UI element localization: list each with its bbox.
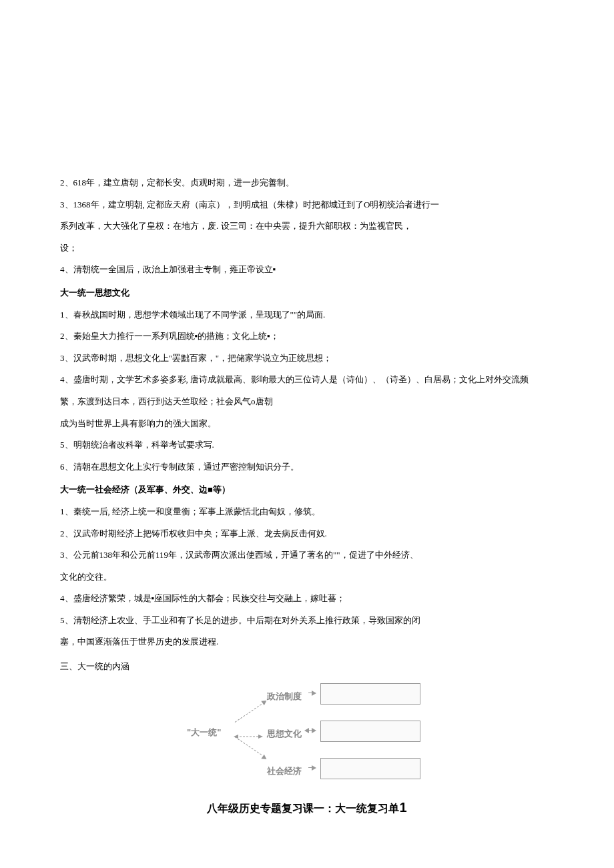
jingji-5: 5、清朝经济上农业、手工业和有了长足的进步。中后期在对外关系上推行政策，导致国家… <box>60 611 554 630</box>
jingji-4: 4、盛唐经济繁荣，城是▪座国际性的大都会；民族交往与交融上，嫁吐蕃； <box>60 589 554 608</box>
sixiang-6: 6、清朝在思想文化上实行专制政策，通过严密控制知识分子。 <box>60 458 554 477</box>
diagram-box-3 <box>320 758 420 779</box>
para-2: 2、618年，建立唐朝，定都长安。贞观时期，进一步完善制。 <box>60 173 554 193</box>
jingji-3b: 文化的交往。 <box>60 568 554 587</box>
arrow-box3-icon <box>304 766 316 770</box>
arrow-se-icon <box>234 737 263 755</box>
text: 1、秦统一后, 经济上统一和度量衡；军事上派蒙恬北由匈奴，修筑。 <box>60 506 320 516</box>
sixiang-4c: 成为当时世界上具有影响力的强大国家。 <box>60 414 554 434</box>
text: 4、清朝统一全国后，政治上加强君主专制，雍正帝设立▪ <box>60 264 276 274</box>
para-3b: 系列改革，大大强化了皇权：在地方，废. 设三司：在中央罢，提升六部职权：为监视官… <box>60 217 554 236</box>
text: 繁，东渡到达日本，西行到达天竺取经；社会风气o唐朝 <box>60 396 273 406</box>
bottom-number: 1 <box>399 800 406 815</box>
para-4: 4、清朝统一全国后，政治上加强君主专制，雍正帝设立▪ <box>60 260 554 280</box>
text: 塞，中国逐渐落伍于世界历史的发展进程. <box>60 636 218 646</box>
heading-jingji: 大一统一社会经济（及军事、外交、边■等） <box>60 480 554 500</box>
bottom-title: 八年级历史专题复习课一：大一统复习单1 <box>60 793 554 822</box>
diagram-node-3: 社会经济 <box>267 762 302 781</box>
diagram-node-1: 政治制度 <box>267 687 302 707</box>
text: 文化的交往。 <box>60 572 112 582</box>
text: 6、清朝在思想文化上实行专制政策，通过严密控制知识分子。 <box>60 462 299 472</box>
jingji-5b: 塞，中国逐渐落伍于世界历史的发展进程. <box>60 632 554 652</box>
text: 5、明朝统治者改科举，科举考试要求写. <box>60 440 214 450</box>
text: 2、秦始皇大力推行一一系列巩固统▪的措施；文化上统▪； <box>60 331 279 341</box>
text: 系列改革，大大强化了皇权：在地方，废. 设三司：在中央罢，提升六部职权：为监视官… <box>60 221 412 231</box>
text: 3、1368年，建立明朝, 定都应天府（南京），到明成祖（朱棣）时把都城迁到了O… <box>60 199 439 209</box>
diagram-box-1 <box>320 683 420 705</box>
arrow-box2-icon <box>304 729 316 733</box>
jingji-1: 1、秦统一后, 经济上统一和度量衡；军事上派蒙恬北由匈奴，修筑。 <box>60 502 554 522</box>
sixiang-4b: 繁，东渡到达日本，西行到达天竺取经；社会风气o唐朝 <box>60 392 554 412</box>
arrow-e-icon <box>234 727 263 732</box>
text: 3、汉武帝时期，思想文化上"罢黜百家，"，把储家学说立为正统思想； <box>60 353 332 363</box>
text: 4、盛唐经济繁荣，城是▪座国际性的大都会；民族交往与交融上，嫁吐蕃； <box>60 593 345 603</box>
diagram: "大一统" 政治制度 思想文化 社会经济 <box>187 683 427 783</box>
diagram-box-2 <box>320 721 420 742</box>
jingji-2: 2、汉武帝时期经济上把铸币权收归中央；军事上派、龙去病反击何奴. <box>60 524 554 544</box>
para-3c: 设； <box>60 239 554 258</box>
text: 5、清朝经济上农业、手工业和有了长足的进步。中后期在对外关系上推行政策，导致国家… <box>60 615 420 625</box>
text: 1、春秋战国时期，思想学术领域出现了不同学派，呈现现了""的局面. <box>60 310 325 320</box>
text: 4、盛唐时期，文学艺术多姿多彩, 唐诗成就最高、影响最大的三位诗人是（诗仙）、（… <box>60 374 529 384</box>
diagram-center: "大一统" <box>187 723 221 743</box>
heading-sixiang: 大一统一思想文化 <box>60 284 554 303</box>
arrow-ne-icon <box>234 705 263 723</box>
bottom-prefix: 八年级历史专题复习课一：大一统复习单 <box>207 803 399 814</box>
sixiang-3: 3、汉武帝时期，思想文化上"罢黜百家，"，把储家学说立为正统思想； <box>60 349 554 368</box>
sixiang-5: 5、明朝统治者改科举，科举考试要求写. <box>60 436 554 455</box>
para-3: 3、1368年，建立明朝, 定都应天府（南京），到明成祖（朱棣）时把都城迁到了O… <box>60 195 554 215</box>
jingji-3: 3、公元前138年和公元前119年，汉武帝两次派出使西域，开通了著名的""，促进… <box>60 546 554 565</box>
text: 设； <box>60 243 77 253</box>
text: 成为当时世界上具有影响力的强大国家。 <box>60 418 216 428</box>
sixiang-4: 4、盛唐时期，文学艺术多姿多彩, 唐诗成就最高、影响最大的三位诗人是（诗仙）、（… <box>60 370 554 390</box>
sixiang-2: 2、秦始皇大力推行一一系列巩固统▪的措施；文化上统▪； <box>60 327 554 346</box>
text: 2、汉武帝时期经济上把铸币权收归中央；军事上派、龙去病反击何奴. <box>60 528 327 538</box>
section-3-label: 三、大一统的内涵 <box>60 657 554 677</box>
text: 3、公元前138年和公元前119年，汉武帝两次派出使西域，开通了著名的""，促进… <box>60 550 418 560</box>
diagram-node-2: 思想文化 <box>267 725 302 744</box>
text: 2、618年，建立唐朝，定都长安。贞观时期，进一步完善制。 <box>60 177 294 187</box>
diagram-container: "大一统" 政治制度 思想文化 社会经济 <box>60 683 554 783</box>
sixiang-1: 1、春秋战国时期，思想学术领域出现了不同学派，呈现现了""的局面. <box>60 306 554 325</box>
arrow-box1-icon <box>304 691 316 695</box>
